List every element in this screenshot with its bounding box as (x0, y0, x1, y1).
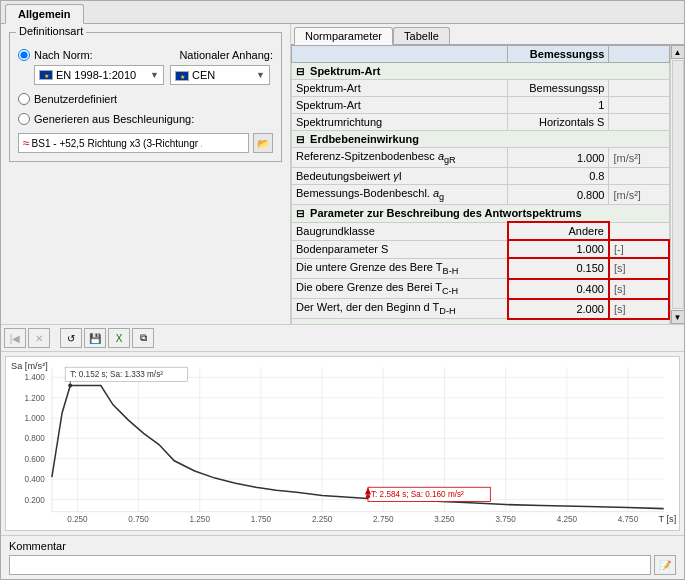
toggle-spektrum-art[interactable]: ⊟ (296, 66, 304, 77)
table-row: Spektrumrichtung Horizontals S (292, 114, 670, 131)
tab-tabelle[interactable]: Tabelle (393, 27, 450, 44)
toggle-erdbeben[interactable]: ⊟ (296, 134, 304, 145)
row-unit (609, 168, 669, 185)
svg-text:0.600: 0.600 (24, 455, 45, 464)
y-axis-label: Sa [m/s²] (11, 361, 48, 371)
section-spektrum-art: ⊟ Spektrum-Art (292, 63, 670, 80)
norm-tab-bar: Normparameter Tabelle (291, 24, 684, 45)
tooltip1: T: 0.152 s; Sa: 1.333 m/s² (70, 370, 163, 379)
section-erdbeben-title: Erdbebeneinwirkung (310, 133, 419, 145)
tooltip2: T: 2.584 s; Sa: 0.160 m/s² (371, 490, 464, 499)
row-label: Der Wert, der den Beginn d TD-H (292, 299, 508, 319)
col-header-val: Bemessungss (508, 46, 609, 63)
eu-dropdown-arrow: ▼ (150, 70, 159, 80)
chart-svg: Sa [m/s²] 1.400 1.200 1.000 0.800 0.600 … (6, 357, 679, 530)
benutzer-label: Benutzerdefiniert (34, 93, 117, 105)
scrollbar[interactable]: ▲ ▼ (670, 45, 684, 324)
table-row: Der Wert, der den Beginn d TD-H 2.000 [s… (292, 299, 670, 319)
row-unit (609, 80, 669, 97)
svg-text:1.200: 1.200 (24, 394, 45, 403)
tab-allgemein[interactable]: Allgemein (5, 4, 84, 24)
row-unit-highlight: [s] (609, 279, 669, 299)
toolbar-first-btn[interactable]: |◀ (4, 328, 26, 348)
col-header-name (292, 46, 508, 63)
eu-flag: ★ (39, 70, 56, 80)
right-panel: Normparameter Tabelle Bemessungss (291, 24, 684, 324)
content-area: Definitionsart Nach Norm: Nationaler Anh… (1, 24, 684, 324)
row-value-highlight[interactable]: 0.150 (508, 258, 609, 278)
scroll-up[interactable]: ▲ (671, 45, 685, 59)
row-value-highlight[interactable]: 2.000 (508, 299, 609, 319)
svg-text:1.250: 1.250 (190, 515, 211, 524)
svg-text:0.800: 0.800 (24, 434, 45, 443)
toolbar-sep1 (52, 328, 58, 348)
tab-normparameter[interactable]: Normparameter (294, 27, 393, 45)
table-row: Referenz-Spitzenbodenbesc agR 1.000 [m/s… (292, 148, 670, 168)
svg-text:2.250: 2.250 (312, 515, 333, 524)
row-value-highlight[interactable]: 0.400 (508, 279, 609, 299)
row-label: Bemessungs-Bodenbeschl. ag (292, 185, 508, 205)
svg-text:1.400: 1.400 (24, 373, 45, 382)
row-unit-highlight: [-] (609, 240, 669, 258)
toolbar-save-btn[interactable]: 💾 (84, 328, 106, 348)
browse-icon: 📂 (257, 138, 269, 149)
eu-norm-value: EN 1998-1:2010 (56, 69, 150, 81)
benutzer-row: Benutzerdefiniert (18, 93, 273, 105)
gen-browse-button[interactable]: 📂 (253, 133, 273, 153)
scroll-track[interactable] (672, 60, 684, 309)
comment-input[interactable] (9, 555, 651, 575)
eu-norm-dropdown[interactable]: ★ EN 1998-1:2010 ▼ (34, 65, 164, 85)
row-value: 1.000 (508, 148, 609, 168)
svg-text:0.250: 0.250 (67, 515, 88, 524)
eu-flag-icon: ★ (39, 70, 53, 80)
row-unit-highlight: [s] (609, 258, 669, 278)
eu-flag2: ★ (175, 69, 192, 81)
svg-text:0.200: 0.200 (24, 496, 45, 505)
row-unit-highlight: [s] (609, 299, 669, 319)
svg-text:3.750: 3.750 (495, 515, 516, 524)
param-table: Bemessungss ⊟ Spektrum-Art (291, 45, 670, 324)
toolbar-excel-btn[interactable]: X (108, 328, 130, 348)
scroll-down[interactable]: ▼ (671, 310, 685, 324)
row-label: Spektrum-Art (292, 97, 508, 114)
svg-text:1.750: 1.750 (251, 515, 272, 524)
generieren-radio[interactable] (18, 113, 30, 125)
group-title: Definitionsart (16, 25, 86, 37)
svg-text:0.750: 0.750 (128, 515, 149, 524)
generieren-label: Generieren aus Beschleunigung: (34, 113, 194, 125)
svg-text:4.750: 4.750 (618, 515, 639, 524)
row-label: Bedeutungsbeiwert γI (292, 168, 508, 185)
toggle-parameter[interactable]: ⊟ (296, 208, 304, 219)
svg-text:1.000: 1.000 (24, 414, 45, 423)
table-row: Bodenparameter S 1.000 [-] (292, 240, 670, 258)
cen-dropdown[interactable]: ★ CEN ▼ (170, 65, 270, 85)
benutzer-radio[interactable] (18, 93, 30, 105)
nach-norm-radio[interactable] (18, 49, 30, 61)
svg-text:T [s]: T [s] (659, 514, 677, 524)
param-table-area: Bemessungss ⊟ Spektrum-Art (291, 45, 670, 324)
toolbar-prev-btn[interactable]: ✕ (28, 328, 50, 348)
comment-browse-btn[interactable]: 📝 (654, 555, 676, 575)
table-row: Spektrum-Art 1 (292, 97, 670, 114)
table-row: Die obere Grenze des Berei TC-H 0.400 [s… (292, 279, 670, 299)
row-unit (609, 97, 669, 114)
svg-text:2.750: 2.750 (373, 515, 394, 524)
svg-rect-0 (6, 357, 679, 530)
row-value-highlight[interactable]: 1.000 (508, 240, 609, 258)
toolbar-copy-btn[interactable]: ⧉ (132, 328, 154, 348)
nach-norm-label-section: Nach Norm: (18, 49, 93, 61)
comment-label: Kommentar (9, 540, 676, 552)
row-value-highlight[interactable]: Andere (508, 222, 609, 240)
dropdown-row: ★ EN 1998-1:2010 ▼ ★ CEN ▼ (34, 65, 273, 85)
gen-input-field[interactable]: ≈ BS1 - +52,5 Richtung x3 (3-Richtungr .… (18, 133, 249, 153)
left-panel: Definitionsart Nach Norm: Nationaler Anh… (1, 24, 291, 324)
row-unit (609, 222, 669, 240)
section-erdbeben: ⊟ Erdbebeneinwirkung (292, 131, 670, 148)
col-header-unit (609, 46, 669, 63)
gen-input-row: ≈ BS1 - +52,5 Richtung x3 (3-Richtungr .… (18, 133, 273, 153)
row-label: Spektrumrichtung (292, 114, 508, 131)
comment-section: Kommentar 📝 (1, 535, 684, 579)
toolbar-undo-btn[interactable]: ↺ (60, 328, 82, 348)
section-parameter: ⊟ Parameter zur Beschreibung des Antwort… (292, 205, 670, 223)
cen-value: CEN (192, 69, 256, 81)
